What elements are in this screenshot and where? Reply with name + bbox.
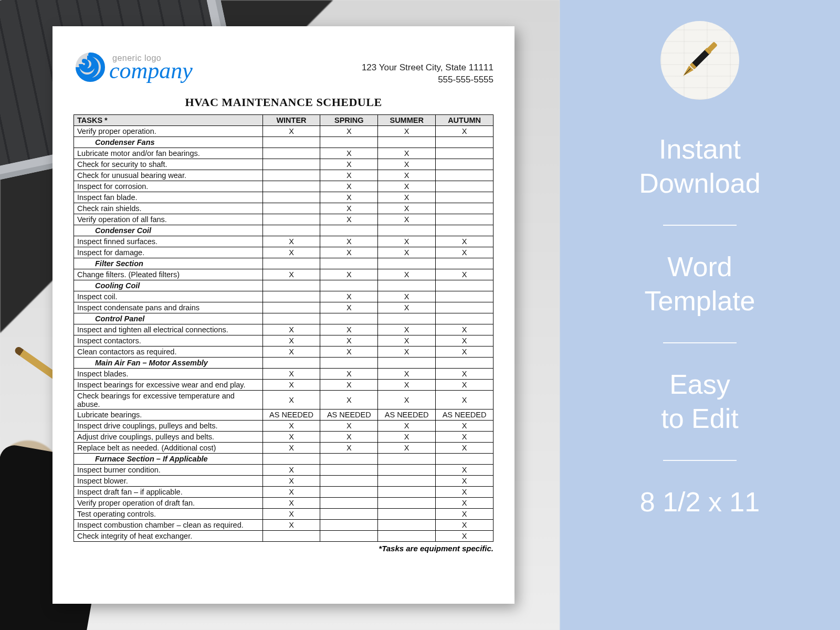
- table-row: Inspect coil.XX: [74, 291, 494, 302]
- mark-cell: X: [320, 269, 378, 280]
- mark-cell: X: [320, 247, 378, 258]
- mark-cell: X: [436, 531, 494, 542]
- section-row: Condenser Coil: [74, 225, 494, 236]
- task-label: Check rain shields.: [74, 203, 263, 214]
- mark-cell: [378, 531, 436, 542]
- table-header-row: TASKS * WINTER SPRING SUMMER AUTUMN: [74, 115, 494, 126]
- task-label: Inspect contactors.: [74, 335, 263, 346]
- mark-cell: X: [262, 335, 320, 346]
- mark-cell: X: [262, 465, 320, 476]
- blank-cell: [262, 454, 320, 465]
- mark-cell: X: [320, 148, 378, 159]
- mark-cell: [378, 498, 436, 509]
- mark-cell: X: [436, 126, 494, 137]
- table-row: Lubricate motor and/or fan bearings.XX: [74, 148, 494, 159]
- table-row: Inspect fan blade.XX: [74, 192, 494, 203]
- mark-cell: X: [378, 214, 436, 225]
- table-row: Replace belt as needed. (Additional cost…: [74, 443, 494, 454]
- mark-cell: X: [320, 369, 378, 380]
- table-row: Inspect for corrosion.XX: [74, 181, 494, 192]
- mark-cell: AS NEEDED: [378, 410, 436, 421]
- mark-cell: X: [320, 324, 378, 335]
- task-label: Verify proper operation.: [74, 126, 263, 137]
- mark-cell: [320, 520, 378, 531]
- feature-instant-download: InstantDownload: [639, 132, 760, 201]
- task-label: Inspect drive couplings, pulleys and bel…: [74, 421, 263, 432]
- mark-cell: X: [378, 302, 436, 313]
- mark-cell: X: [320, 159, 378, 170]
- mark-cell: [262, 531, 320, 542]
- col-spring: SPRING: [320, 115, 378, 126]
- mark-cell: X: [262, 247, 320, 258]
- section-row: Main Air Fan – Motor Assembly: [74, 358, 494, 369]
- section-row: Control Panel: [74, 313, 494, 324]
- section-row: Furnace Section – If Applicable: [74, 454, 494, 465]
- task-label: Check for security to shaft.: [74, 159, 263, 170]
- table-row: Inspect for damage.XXXX: [74, 247, 494, 258]
- schedule-table: TASKS * WINTER SPRING SUMMER AUTUMN Veri…: [74, 114, 494, 542]
- contact-address: 123 Your Street City, State 11111: [362, 62, 494, 74]
- section-label: Main Air Fan – Motor Assembly: [74, 358, 263, 369]
- mark-cell: X: [378, 192, 436, 203]
- section-label: Filter Section: [74, 258, 263, 269]
- section-label: Condenser Coil: [74, 225, 263, 236]
- task-label: Inspect combustion chamber – clean as re…: [74, 520, 263, 531]
- mark-cell: X: [436, 476, 494, 487]
- mark-cell: X: [262, 432, 320, 443]
- mark-cell: AS NEEDED: [262, 410, 320, 421]
- table-row: Inspect and tighten all electrical conne…: [74, 324, 494, 335]
- mark-cell: X: [378, 324, 436, 335]
- table-row: Inspect contactors.XXXX: [74, 335, 494, 346]
- mark-cell: [436, 291, 494, 302]
- mark-cell: [378, 520, 436, 531]
- mark-cell: X: [320, 432, 378, 443]
- mark-cell: X: [436, 465, 494, 476]
- mark-cell: X: [378, 126, 436, 137]
- logo-text: generic logo company: [109, 54, 193, 82]
- feature-text: 8 1/2 x 11: [640, 485, 760, 519]
- task-label: Inspect condensate pans and drains: [74, 302, 263, 313]
- blank-cell: [262, 225, 320, 236]
- mark-cell: [262, 181, 320, 192]
- document-page: generic logo company 123 Your Street Cit…: [52, 26, 514, 604]
- mark-cell: [262, 170, 320, 181]
- section-row: Cooling Coil: [74, 280, 494, 291]
- blank-cell: [320, 454, 378, 465]
- table-row: Change filters. (Pleated filters)XXXX: [74, 269, 494, 280]
- section-row: Filter Section: [74, 258, 494, 269]
- task-label: Verify operation of all fans.: [74, 214, 263, 225]
- mark-cell: [436, 159, 494, 170]
- blank-cell: [378, 358, 436, 369]
- contact-phone: 555-555-5555: [362, 74, 494, 86]
- task-label: Test operating controls.: [74, 509, 263, 520]
- blank-cell: [378, 313, 436, 324]
- mark-cell: X: [320, 443, 378, 454]
- mark-cell: [378, 476, 436, 487]
- mark-cell: X: [378, 291, 436, 302]
- task-label: Inspect fan blade.: [74, 192, 263, 203]
- feature-text: Easyto Edit: [661, 368, 738, 436]
- mark-cell: X: [320, 380, 378, 391]
- mark-cell: [436, 170, 494, 181]
- letterhead: generic logo company 123 Your Street Cit…: [74, 50, 494, 86]
- col-autumn: AUTUMN: [436, 115, 494, 126]
- table-row: Check for unusual bearing wear.XX: [74, 170, 494, 181]
- mark-cell: X: [436, 380, 494, 391]
- mark-cell: X: [378, 247, 436, 258]
- task-label: Inspect burner condition.: [74, 465, 263, 476]
- mark-cell: X: [378, 148, 436, 159]
- table-row: Check integrity of heat exchanger.X: [74, 531, 494, 542]
- mark-cell: AS NEEDED: [320, 410, 378, 421]
- task-label: Inspect and tighten all electrical conne…: [74, 324, 263, 335]
- mark-cell: X: [378, 203, 436, 214]
- blank-cell: [378, 454, 436, 465]
- mark-cell: X: [436, 520, 494, 531]
- mark-cell: X: [262, 380, 320, 391]
- task-label: Replace belt as needed. (Additional cost…: [74, 443, 263, 454]
- blank-cell: [262, 358, 320, 369]
- mark-cell: X: [378, 335, 436, 346]
- mark-cell: X: [262, 487, 320, 498]
- mark-cell: X: [320, 181, 378, 192]
- feature-word-template: WordTemplate: [645, 250, 755, 318]
- blank-cell: [262, 280, 320, 291]
